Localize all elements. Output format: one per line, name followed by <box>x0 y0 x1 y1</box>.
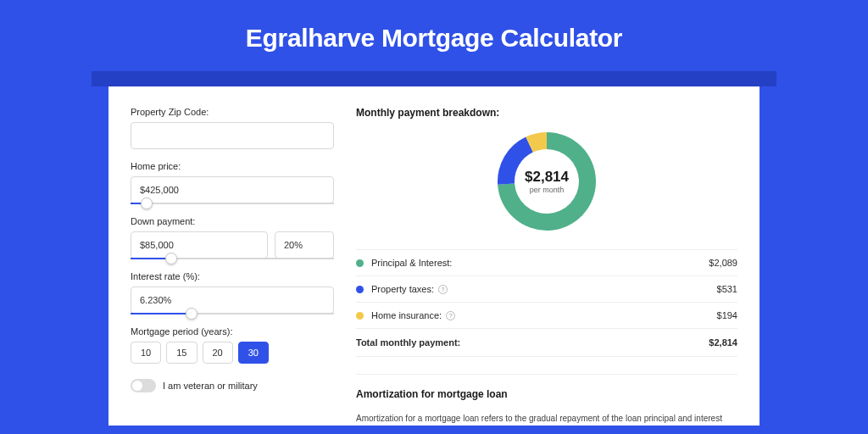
inputs-panel: Property Zip Code: Home price: Down paym… <box>131 107 334 426</box>
period-label: Mortgage period (years): <box>131 326 334 337</box>
zip-input[interactable] <box>131 122 334 149</box>
interest-slider[interactable] <box>131 313 334 314</box>
zip-label: Property Zip Code: <box>131 107 334 117</box>
donut-sub: per month <box>530 186 565 194</box>
slider-thumb[interactable] <box>141 198 153 209</box>
home-price-input[interactable] <box>131 176 334 203</box>
veteran-toggle[interactable] <box>131 379 156 392</box>
legend-dot <box>356 286 364 293</box>
interest-field: Interest rate (%): <box>131 271 334 314</box>
donut-amount: $2,814 <box>525 169 569 186</box>
period-btn-10[interactable]: 10 <box>131 342 161 364</box>
slider-thumb[interactable] <box>165 253 177 264</box>
donut-chart: $2,814 per month <box>496 131 598 232</box>
page-header: Egralharve Mortgage Calculator <box>0 0 868 71</box>
total-label: Total monthly payment: <box>356 337 709 348</box>
calculator-card: Property Zip Code: Home price: Down paym… <box>108 86 760 426</box>
down-payment-slider[interactable] <box>131 258 334 259</box>
period-button-group: 10152030 <box>131 342 334 364</box>
legend-row-2: Home insurance:?$194 <box>356 303 737 329</box>
amortization-title: Amortization for mortgage loan <box>356 388 737 400</box>
down-payment-pct-input[interactable] <box>275 231 334 259</box>
legend-label: Property taxes:? <box>371 284 717 294</box>
interest-label: Interest rate (%): <box>131 271 334 281</box>
period-btn-30[interactable]: 30 <box>238 342 269 364</box>
breakdown-panel: Monthly payment breakdown: $2,814 per mo… <box>356 107 737 426</box>
veteran-label: I am veteran or military <box>163 381 258 391</box>
legend: Principal & Interest:$2,089Property taxe… <box>356 249 737 329</box>
toggle-knob <box>132 381 142 391</box>
zip-field: Property Zip Code: <box>131 107 334 149</box>
home-price-label: Home price: <box>131 161 334 171</box>
down-payment-label: Down payment: <box>131 216 334 226</box>
home-price-field: Home price: <box>131 161 334 204</box>
total-row: Total monthly payment: $2,814 <box>356 329 737 357</box>
legend-row-1: Property taxes:?$531 <box>356 276 737 303</box>
donut-chart-container: $2,814 per month <box>356 131 737 232</box>
period-btn-20[interactable]: 20 <box>203 342 233 364</box>
legend-value: $2,089 <box>709 258 737 268</box>
page-title: Egralharve Mortgage Calculator <box>0 24 868 53</box>
help-icon[interactable]: ? <box>438 285 448 294</box>
period-field: Mortgage period (years): 10152030 <box>131 326 334 364</box>
legend-label: Principal & Interest: <box>371 258 709 268</box>
veteran-row: I am veteran or military <box>131 379 334 392</box>
amortization-text: Amortization for a mortgage loan refers … <box>356 412 737 426</box>
legend-dot <box>356 259 364 267</box>
down-payment-field: Down payment: <box>131 216 334 259</box>
breakdown-title: Monthly payment breakdown: <box>356 107 737 119</box>
down-payment-input[interactable] <box>131 231 268 259</box>
legend-value: $531 <box>717 284 737 294</box>
amortization-section: Amortization for mortgage loan Amortizat… <box>356 374 737 426</box>
interest-input[interactable] <box>131 287 334 314</box>
home-price-slider[interactable] <box>131 203 334 204</box>
period-btn-15[interactable]: 15 <box>166 342 197 364</box>
slider-thumb[interactable] <box>186 308 198 320</box>
help-icon[interactable]: ? <box>446 311 455 320</box>
card-shadow <box>92 71 776 86</box>
donut-center: $2,814 per month <box>496 131 598 232</box>
legend-value: $194 <box>717 310 737 320</box>
legend-dot <box>356 312 364 320</box>
legend-label: Home insurance:? <box>371 310 717 320</box>
total-value: $2,814 <box>709 337 737 348</box>
legend-row-0: Principal & Interest:$2,089 <box>356 249 737 276</box>
